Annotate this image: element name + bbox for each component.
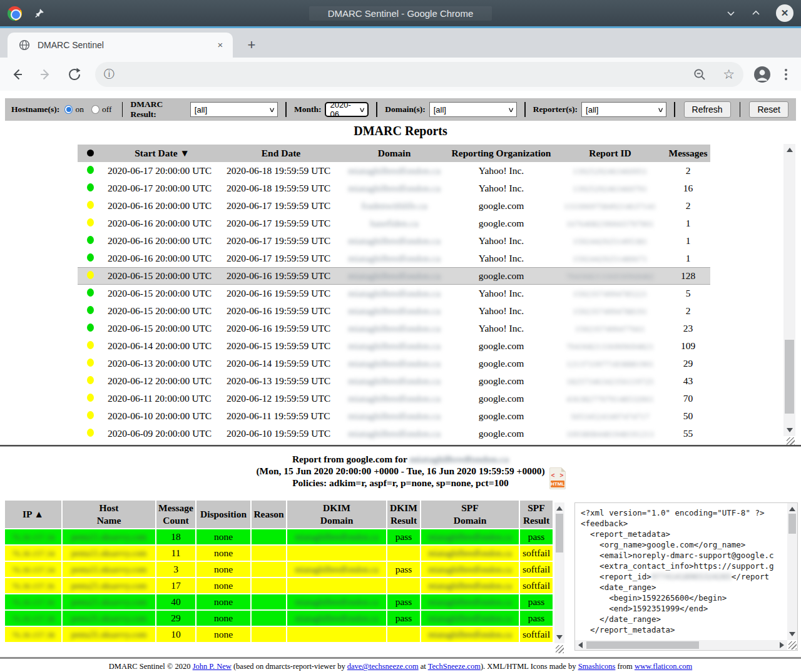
detail-frame-resize-grip[interactable] — [556, 645, 564, 653]
profile-avatar[interactable] — [753, 66, 771, 83]
page-info-icon[interactable]: ⓘ — [104, 67, 115, 81]
scroll-up-icon[interactable] — [789, 507, 795, 511]
address-bar[interactable]: ⓘ ☆ — [95, 62, 743, 87]
refresh-button[interactable]: Refresh — [684, 101, 731, 118]
scroll-down-icon[interactable] — [556, 635, 563, 639]
redacted-text: fradenwithlife.ca — [361, 200, 427, 211]
month-label: Month: — [294, 104, 322, 115]
column-header: End Date — [222, 148, 340, 159]
xml-resize-grip[interactable] — [788, 641, 797, 649]
redacted-text: miataghilbredfondon.ca — [428, 565, 511, 574]
report-row[interactable]: 2020-06-12 20:00:00 UTC2020-06-13 19:59:… — [78, 372, 710, 390]
report-row[interactable]: 2020-06-15 20:00:00 UTC2020-06-16 19:59:… — [78, 320, 710, 337]
detail-row: 76.30.157.38penta31.nksavvy.com10nonemia… — [5, 627, 553, 642]
detail-scrollbar[interactable] — [554, 502, 564, 643]
scroll-up-icon[interactable] — [787, 148, 793, 152]
report-row[interactable]: 2020-06-11 20:00:00 UTC2020-06-12 19:59:… — [78, 390, 710, 407]
redacted-text: 13925292463460951 — [573, 166, 648, 176]
forward-icon[interactable] — [38, 66, 54, 83]
scroll-up-icon[interactable] — [556, 506, 563, 511]
report-row[interactable]: 2020-06-14 20:00:00 UTC2020-06-15 19:59:… — [78, 337, 710, 355]
column-header: Messages — [666, 148, 710, 159]
tab-close-icon[interactable]: × — [214, 39, 227, 51]
filter-separator — [674, 102, 675, 117]
redacted-text: miataghilbredfondon.ca — [348, 183, 441, 193]
report-row[interactable]: 2020-06-13 20:00:00 UTC2020-06-14 19:59:… — [78, 355, 710, 372]
window-title: DMARC Sentinel - Google Chrome — [0, 8, 801, 19]
footer-link[interactable]: John P. New — [193, 662, 232, 671]
reload-icon[interactable] — [66, 66, 83, 83]
xml-line: <report_id>97741418965324265</report — [581, 571, 786, 582]
minimize-icon[interactable] — [726, 8, 736, 18]
report-row[interactable]: 2020-06-16 20:00:00 UTC2020-06-17 19:59:… — [78, 250, 710, 267]
close-window-icon[interactable]: ✕ — [776, 4, 793, 22]
scroll-down-icon[interactable] — [787, 428, 793, 432]
footer-link[interactable]: TechSneeze.com — [428, 662, 481, 671]
hostnames-on-radio[interactable] — [64, 105, 73, 114]
scroll-left-icon[interactable] — [578, 642, 583, 648]
xml-hscrollbar-thumb[interactable] — [586, 641, 699, 649]
redacted-text: 16764082390665797901 — [566, 219, 654, 228]
reports-scrollbar[interactable] — [783, 144, 795, 436]
month-select[interactable]: 2020-06∨ — [325, 102, 369, 117]
footer-link[interactable]: www.flaticon.com — [635, 662, 692, 671]
redacted-text: miataghilbredfondon.ca — [348, 428, 441, 439]
xml-source-textarea[interactable]: <?xml version="1.0" encoding="UTF-8" ?><… — [574, 502, 798, 651]
redacted-text: penta11.nksavvy.com — [71, 549, 147, 558]
report-row[interactable]: 2020-06-16 20:00:00 UTC2020-06-17 19:59:… — [78, 197, 710, 215]
redacted-text: miataghilbredfondon.ca — [348, 253, 441, 263]
report-row[interactable]: 2020-06-17 20:00:00 UTC2020-06-18 19:59:… — [78, 180, 710, 197]
browser-menu-icon[interactable] — [785, 69, 787, 80]
redacted-text: 13925292463460791 — [573, 184, 648, 193]
redacted-text: 76.30.157.38 — [12, 614, 54, 623]
tab-dmarc-sentinel[interactable]: DMARC Sentinel × — [8, 33, 233, 58]
detail-table-header: IP ▲Host NameMessage CountDispositionRea… — [5, 501, 553, 528]
zoom-out-icon[interactable] — [693, 68, 707, 81]
redacted-text: miataghilbredfondon.ca — [348, 358, 441, 369]
report-row[interactable]: 2020-06-15 20:00:00 UTC2020-06-16 19:59:… — [78, 267, 710, 285]
tab-strip: DMARC Sentinel × + — [0, 28, 801, 58]
frame-divider[interactable] — [0, 445, 801, 447]
reports-title: DMARC Reports — [0, 124, 801, 138]
report-row[interactable]: 2020-06-10 20:00:00 UTC2020-06-11 19:59:… — [78, 407, 710, 425]
report-detail-table: IP ▲Host NameMessage CountDispositionRea… — [5, 501, 553, 651]
redacted-text: miataghilbredfondon.ca — [428, 614, 511, 623]
report-row[interactable]: 2020-06-09 20:00:00 UTC2020-06-10 19:59:… — [78, 425, 710, 442]
xml-line: </date_range> — [581, 614, 786, 624]
new-tab-button[interactable]: + — [243, 37, 260, 54]
report-row[interactable]: 2020-06-16 20:00:00 UTC2020-06-17 19:59:… — [78, 232, 710, 250]
report-row[interactable]: 2020-06-15 20:00:00 UTC2020-06-16 19:59:… — [78, 302, 710, 320]
xml-horizontal-scrollbar[interactable] — [575, 640, 787, 650]
html-file-icon[interactable]: < > HTML — [549, 467, 566, 489]
redacted-text: miataghilbredfondon.ca — [348, 375, 441, 386]
status-dot — [87, 376, 94, 384]
redacted-text: 12137339771838881901 — [566, 359, 654, 369]
domains-label: Domain(s): — [385, 104, 426, 115]
redacted-text: penta11.nksavvy.com — [71, 565, 147, 574]
redacted-text: 97741418965324265 — [651, 572, 732, 581]
scroll-right-icon[interactable] — [780, 642, 784, 648]
report-row[interactable]: 2020-06-16 20:00:00 UTC2020-06-17 19:59:… — [78, 215, 710, 232]
report-row[interactable]: 2020-06-15 20:00:00 UTC2020-06-16 19:59:… — [78, 285, 710, 302]
chevron-down-icon: ∨ — [501, 106, 514, 114]
reporters-select[interactable]: [all]∨ — [581, 102, 666, 117]
footer-link[interactable]: Smashicons — [578, 662, 616, 671]
hostnames-off-radio[interactable] — [91, 105, 99, 114]
maximize-icon[interactable] — [751, 8, 761, 18]
domains-select[interactable]: [all]∨ — [429, 102, 517, 117]
report-row[interactable]: 2020-06-17 20:00:00 UTC2020-06-18 19:59:… — [78, 162, 710, 180]
detail-scrollbar-thumb[interactable] — [556, 514, 563, 552]
back-icon[interactable] — [9, 66, 25, 83]
bookmark-star-icon[interactable]: ☆ — [723, 68, 735, 81]
filter-separator — [122, 102, 123, 117]
hostnames-label: Hostname(s): — [11, 104, 59, 115]
footer-link[interactable]: dave@techsneeze.com — [347, 662, 419, 671]
xml-scrollbar-thumb[interactable] — [788, 514, 796, 534]
xml-line: <date_range> — [581, 582, 786, 593]
status-dot — [87, 359, 94, 367]
reset-button[interactable]: Reset — [749, 101, 788, 118]
scroll-down-icon[interactable] — [789, 632, 795, 636]
dmarc-result-select[interactable]: [all]∨ — [190, 102, 278, 117]
xml-vertical-scrollbar[interactable] — [787, 503, 797, 640]
reports-scrollbar-thumb[interactable] — [785, 340, 794, 414]
